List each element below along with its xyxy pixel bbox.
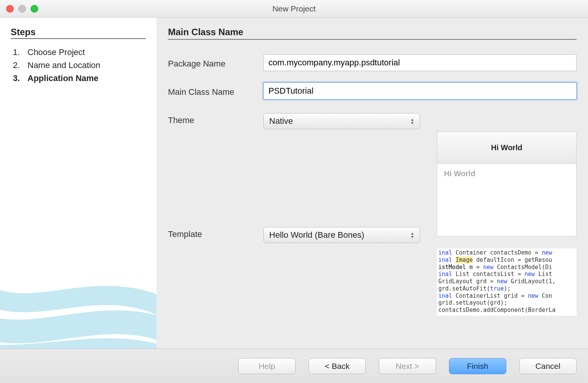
template-preview: inal Container contactsDemo = newinal Im… [437, 248, 577, 316]
main-class-name-input[interactable] [263, 83, 577, 99]
step-label: Application Name [27, 72, 99, 85]
step-label: Choose Project [27, 46, 85, 59]
theme-label: Theme [168, 113, 263, 125]
divider [168, 39, 577, 40]
page-title: Main Class Name [168, 27, 577, 37]
theme-preview: Hi World Hi World [437, 131, 577, 237]
package-name-input[interactable] [263, 54, 577, 71]
step-number: 2. [11, 59, 20, 72]
step-item: 2. Name and Location [11, 59, 146, 72]
step-item-active: 3. Application Name [11, 72, 146, 85]
theme-preview-title: Hi World [437, 132, 576, 164]
cancel-button[interactable]: Cancel [519, 358, 577, 374]
divider [11, 38, 146, 39]
theme-select-value: Native [269, 116, 293, 126]
template-label: Template [168, 227, 263, 239]
step-number: 1. [11, 46, 20, 59]
titlebar: New Project [0, 0, 588, 18]
steps-list: 1. Choose Project 2. Name and Location 3… [11, 46, 146, 85]
steps-heading: Steps [11, 27, 146, 37]
step-label: Name and Location [27, 59, 100, 72]
step-number: 3. [11, 72, 20, 85]
template-select-value: Hello World (Bare Bones) [269, 230, 364, 240]
back-button[interactable]: < Back [309, 358, 366, 374]
chevron-up-down-icon: ▲▼ [410, 232, 414, 239]
template-select[interactable]: Hello World (Bare Bones) ▲▼ [263, 227, 420, 243]
wizard-steps-sidebar: Steps 1. Choose Project 2. Name and Loca… [0, 18, 157, 349]
wizard-footer: Help < Back Next > Finish Cancel [0, 349, 588, 383]
wizard-main-panel: Main Class Name Package Name Main Class … [157, 18, 588, 349]
next-button[interactable]: Next > [379, 358, 436, 374]
package-name-label: Package Name [168, 57, 263, 69]
main-class-name-label: Main Class Name [168, 85, 263, 97]
theme-preview-body: Hi World [437, 164, 576, 183]
chevron-up-down-icon: ▲▼ [410, 118, 414, 125]
decorative-swoosh-icon [0, 261, 157, 349]
window-title: New Project [0, 4, 588, 13]
finish-button[interactable]: Finish [449, 358, 506, 374]
theme-select[interactable]: Native ▲▼ [263, 113, 420, 129]
help-button[interactable]: Help [238, 358, 296, 374]
step-item: 1. Choose Project [11, 46, 146, 59]
